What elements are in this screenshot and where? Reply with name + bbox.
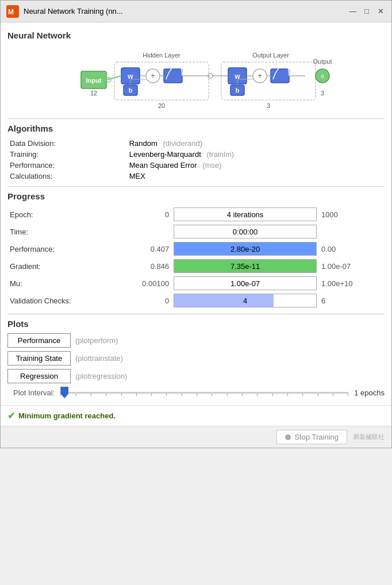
status-bar: ✔ Minimum gradient reached.	[1, 405, 391, 426]
svg-text:Hidden Layer: Hidden Layer	[143, 52, 180, 59]
titlebar: M Neural Network Training (nn... — □ ✕	[1, 1, 391, 22]
performance-plot-fn: (plotperform)	[75, 336, 118, 345]
grad-right: 1.00e-07	[319, 257, 385, 275]
slider-tick	[136, 394, 137, 396]
valcheck-bar-text: 4	[243, 297, 247, 305]
performance-value: Mean Squared Error (mse)	[127, 160, 385, 171]
epoch-bar-text: 4 iterations	[227, 210, 264, 219]
grad-bar-cell: 7.35e-11	[171, 257, 319, 275]
epoch-bar: 4 iterations	[174, 207, 317, 221]
plot-interval-row: Plot Interval:	[7, 387, 385, 398]
window-title: Neural Network Training (nn...	[24, 7, 343, 16]
calculations-value: MEX	[127, 171, 385, 182]
mu-left: 0.00100	[114, 275, 171, 292]
epoch-right: 1000	[319, 206, 385, 223]
nn-diagram: Input 12 Hidden Layer w b + 20	[7, 45, 385, 114]
svg-text:b: b	[129, 87, 133, 94]
divider-1	[7, 118, 385, 119]
valcheck-label: Validation Checks:	[7, 292, 114, 309]
svg-text:o: o	[321, 73, 324, 79]
mu-right: 1.00e+10	[319, 275, 385, 292]
time-bar-cell: 0:00:00	[171, 223, 319, 240]
slider-tick	[257, 394, 258, 396]
slider-thumb[interactable]	[60, 387, 68, 398]
minimize-button[interactable]: —	[348, 6, 358, 17]
algo-row-datadivision: Data Division: Random (dividerand)	[7, 138, 385, 149]
slider-tick	[302, 394, 303, 396]
grad-left: 0.846	[114, 257, 171, 275]
progress-row-epoch: Epoch: 0 4 iterations 1000	[7, 206, 385, 223]
progress-row-perf: Performance: 0.407 2.80e-20 0.00	[7, 240, 385, 257]
data-division-value: Random (dividerand)	[127, 138, 385, 149]
svg-text:Output Layer: Output Layer	[252, 52, 289, 59]
perf-left: 0.407	[114, 240, 171, 257]
svg-text:b: b	[236, 87, 240, 94]
slider-tick	[227, 394, 228, 396]
slider-tick	[76, 394, 76, 396]
stop-btn-label: Stop Training	[294, 433, 339, 441]
time-bar: 0:00:00	[174, 225, 317, 238]
grad-bar: 7.35e-11	[174, 259, 317, 273]
matlab-logo: M	[6, 5, 19, 18]
data-division-label: Data Division:	[7, 138, 127, 149]
plot-row-performance: Performance (plotperform)	[7, 333, 385, 348]
performance-label: Performance:	[7, 160, 127, 171]
stop-dot-icon	[285, 434, 291, 440]
time-label: Time:	[7, 223, 114, 240]
mu-bar-text: 1.00e-07	[230, 279, 260, 288]
regression-plot-button[interactable]: Regression	[7, 369, 71, 383]
perf-bar-text: 2.80e-20	[230, 245, 260, 253]
plot-interval-slider[interactable]	[60, 387, 348, 398]
main-content: Neural Network Input 12 Hidden Layer w b	[1, 22, 391, 405]
svg-text:Output: Output	[313, 58, 332, 65]
stop-training-button[interactable]: Stop Training	[276, 430, 347, 444]
perf-bar-cell: 2.80e-20	[171, 240, 319, 257]
svg-text:3: 3	[267, 102, 270, 109]
slider-ticks	[60, 394, 348, 396]
watermark-text: 易装械联社	[353, 433, 385, 441]
status-message: Minimum gradient reached.	[18, 411, 116, 420]
time-bar-text: 0:00:00	[233, 228, 258, 236]
training-state-plot-button[interactable]: Training State	[7, 351, 71, 365]
progress-row-grad: Gradient: 0.846 7.35e-11 1.00e-07	[7, 257, 385, 275]
time-right	[319, 223, 385, 240]
calculations-label: Calculations:	[7, 171, 127, 182]
regression-plot-fn: (plotregression)	[75, 372, 127, 380]
plot-interval-label: Plot Interval:	[13, 388, 55, 397]
valcheck-right: 6	[319, 292, 385, 309]
slider-tick	[182, 394, 182, 396]
slider-tick	[91, 394, 91, 396]
close-button[interactable]: ✕	[375, 6, 386, 17]
divider-3	[7, 314, 385, 314]
algo-row-calculations: Calculations: MEX	[7, 171, 385, 182]
progress-row-mu: Mu: 0.00100 1.00e-07 1.00e+10	[7, 275, 385, 292]
perf-bar: 2.80e-20	[174, 242, 317, 256]
slider-tick	[333, 394, 333, 396]
algorithms-header: Algorithms	[7, 124, 385, 133]
time-left	[114, 223, 171, 240]
slider-tick	[318, 394, 318, 396]
svg-text:+: +	[151, 71, 155, 80]
perf-right: 0.00	[319, 240, 385, 257]
progress-row-time: Time: 0:00:00	[7, 223, 385, 240]
progress-table: Epoch: 0 4 iterations 1000 Time: 0:00:00	[7, 206, 385, 309]
algo-row-performance: Performance: Mean Squared Error (mse)	[7, 160, 385, 171]
grad-label: Gradient:	[7, 257, 114, 275]
slider-track	[60, 392, 348, 394]
valcheck-bar: 4	[174, 294, 317, 307]
plot-row-regression: Regression (plotregression)	[7, 369, 385, 383]
epoch-fill	[174, 208, 180, 221]
slider-tick	[106, 394, 106, 396]
svg-text:3: 3	[321, 90, 324, 97]
slider-tick	[272, 394, 273, 396]
algorithms-table: Data Division: Random (dividerand) Train…	[7, 138, 385, 182]
slider-tick	[197, 394, 197, 396]
perf-label: Performance:	[7, 240, 114, 257]
training-value: Levenberg-Marquardt (trainlm)	[127, 149, 385, 160]
main-window: M Neural Network Training (nn... — □ ✕ N…	[0, 0, 392, 448]
svg-rect-23	[271, 69, 289, 83]
slider-tick	[287, 394, 288, 396]
neural-network-header: Neural Network	[7, 30, 385, 40]
maximize-button[interactable]: □	[362, 6, 372, 17]
performance-plot-button[interactable]: Performance	[7, 333, 71, 348]
